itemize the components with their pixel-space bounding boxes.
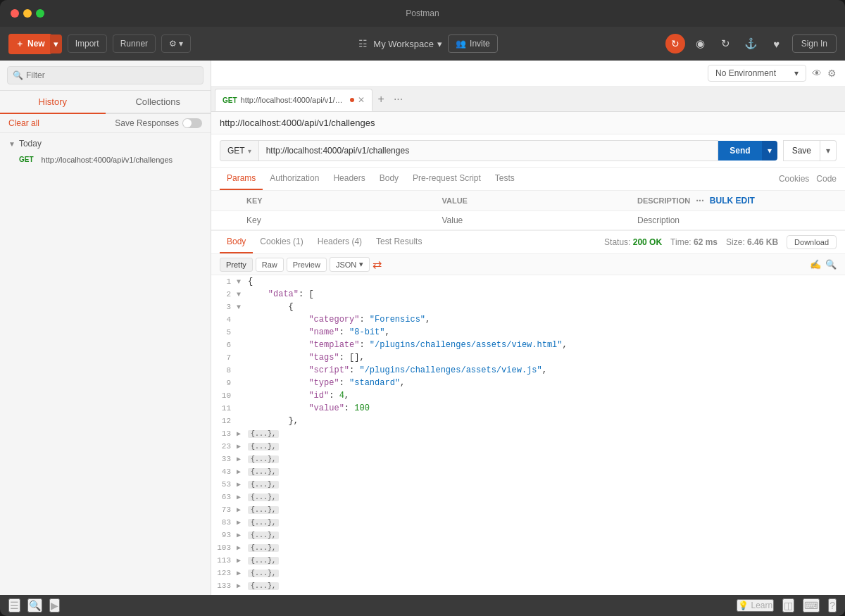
window-title: Postman xyxy=(406,8,439,18)
minimize-button[interactable] xyxy=(23,9,32,18)
desc-input[interactable] xyxy=(637,215,838,225)
request-tabs: Params Authorization Headers Body Pre-re… xyxy=(211,168,845,191)
workspace-selector[interactable]: My Workspace ▾ xyxy=(373,39,442,49)
bell-icon[interactable]: ⚓ xyxy=(741,34,761,54)
json-line: 33▶{...}, xyxy=(211,453,845,465)
new-button[interactable]: ＋ New xyxy=(8,34,52,54)
json-line: 83▶{...}, xyxy=(211,516,845,529)
res-tab-headers[interactable]: Headers (4) xyxy=(311,231,369,253)
tab-history[interactable]: History xyxy=(0,91,106,114)
tabs-bar: GET http://localhost:4000/api/v1/chal ✕ … xyxy=(211,87,845,112)
res-tab-test-results[interactable]: Test Results xyxy=(369,231,429,253)
res-tab-cookies[interactable]: Cookies (1) xyxy=(253,231,310,253)
runner-button[interactable]: Runner xyxy=(113,34,156,53)
find-icon[interactable]: 🔍 xyxy=(27,598,42,612)
titlebar: Postman xyxy=(0,0,845,27)
signin-button[interactable]: Sign In xyxy=(792,34,837,53)
env-chevron-icon: ▾ xyxy=(794,68,799,78)
response-format-bar: Pretty Raw Preview JSON ▾ ⇄ ✍ 🔍 xyxy=(211,254,845,275)
clear-all-button[interactable]: Clear all xyxy=(8,118,39,128)
history-icon[interactable]: ↻ xyxy=(716,34,736,54)
format-raw-button[interactable]: Raw xyxy=(256,258,284,272)
json-line: 12 }, xyxy=(211,415,845,427)
import-button[interactable]: Import xyxy=(68,34,107,53)
json-line: 93▶{...}, xyxy=(211,529,845,541)
tab-body[interactable]: Body xyxy=(373,168,406,190)
save-responses-switch[interactable] xyxy=(182,118,202,128)
res-tab-body[interactable]: Body xyxy=(220,231,253,253)
sidebar: 🔍 History Collections Clear all Save Res… xyxy=(0,61,211,595)
cookies-link[interactable]: Cookies xyxy=(779,174,809,184)
response-time: 62 ms xyxy=(694,237,718,247)
json-line: 8 "script": "/plugins/challenges/assets/… xyxy=(211,364,845,377)
tab-prerequest[interactable]: Pre-request Script xyxy=(406,168,488,190)
layout-icon[interactable]: ◫ xyxy=(782,598,794,612)
eye-icon[interactable]: 👁 xyxy=(812,68,822,79)
help-icon[interactable]: ? xyxy=(828,598,837,612)
tab-close-icon[interactable]: ✕ xyxy=(358,95,365,105)
settings-icon[interactable]: ⚙ xyxy=(827,68,837,79)
tab-params[interactable]: Params xyxy=(220,168,263,190)
heart-icon[interactable]: ♥ xyxy=(767,34,787,54)
more-tabs-button[interactable]: ··· xyxy=(390,93,406,106)
environment-selector[interactable]: No Environment ▾ xyxy=(708,65,806,82)
sync-button[interactable]: ↻ xyxy=(665,34,685,54)
interceptor-icon[interactable]: ◉ xyxy=(691,34,711,54)
status-code: 200 OK xyxy=(633,237,662,247)
tools-button[interactable]: ⚙ ▾ xyxy=(161,34,191,53)
keyboard-icon[interactable]: ⌨ xyxy=(803,598,820,612)
desc-col-header: DESCRIPTION ··· Bulk Edit xyxy=(630,191,845,211)
wrap-icon[interactable]: ⇄ xyxy=(373,258,382,271)
filter-bar: 🔍 xyxy=(0,61,211,91)
format-type-selector[interactable]: JSON ▾ xyxy=(330,257,370,272)
params-more-icon[interactable]: ··· xyxy=(696,195,704,206)
breadcrumb-url: http://localhost:4000/api/v1/challenges xyxy=(220,118,375,128)
tab-collections[interactable]: Collections xyxy=(106,91,211,113)
invite-button[interactable]: 👥 Invite xyxy=(448,34,498,53)
key-input[interactable] xyxy=(246,215,427,225)
desc-label: DESCRIPTION xyxy=(637,196,690,205)
send-dropdown-button[interactable]: ▾ xyxy=(762,141,777,161)
download-button[interactable]: Download xyxy=(787,235,837,249)
params-row xyxy=(211,211,845,230)
sidebar-toggle-icon[interactable]: ☰ xyxy=(8,598,20,612)
json-line: 10 "id": 4, xyxy=(211,389,845,402)
tab-tests[interactable]: Tests xyxy=(488,168,522,190)
maximize-button[interactable] xyxy=(36,9,44,18)
url-breadcrumb: http://localhost:4000/api/v1/challenges xyxy=(211,112,845,134)
toolbar-center: ☷ My Workspace ▾ 👥 Invite xyxy=(196,34,659,53)
value-input[interactable] xyxy=(442,215,622,225)
today-section-header[interactable]: ▼ Today xyxy=(0,136,211,151)
history-url: http://localhost:4000/api/v1/challenges xyxy=(42,156,173,164)
method-selector[interactable]: GET ▾ xyxy=(220,140,258,161)
format-pretty-button[interactable]: Pretty xyxy=(220,258,253,272)
filter-input[interactable] xyxy=(7,66,204,84)
history-item[interactable]: GET http://localhost:4000/api/v1/challen… xyxy=(0,151,211,168)
json-line: 3▼ { xyxy=(211,301,845,313)
copy-icon[interactable]: ✍ xyxy=(810,259,821,270)
bulk-edit-button[interactable]: Bulk Edit xyxy=(710,196,755,206)
console-icon[interactable]: ▶ xyxy=(49,598,60,612)
save-dropdown-button[interactable]: ▾ xyxy=(820,140,837,161)
save-button[interactable]: Save xyxy=(783,140,820,161)
request-bar: GET ▾ Send ▾ Save ▾ xyxy=(211,134,845,168)
workspace-label: My Workspace xyxy=(373,39,434,49)
url-input[interactable] xyxy=(258,140,719,161)
json-line: 5 "name": "8-bit", xyxy=(211,326,845,339)
close-button[interactable] xyxy=(11,9,19,18)
tab-url: http://localhost:4000/api/v1/chal xyxy=(241,96,346,104)
learn-button[interactable]: 💡 Learn xyxy=(737,599,775,612)
tab-headers[interactable]: Headers xyxy=(326,168,372,190)
send-button[interactable]: Send xyxy=(718,141,761,161)
save-responses-toggle: Save Responses xyxy=(115,118,202,128)
value-col-header: VALUE xyxy=(434,191,630,211)
format-preview-button[interactable]: Preview xyxy=(287,258,327,272)
search-response-icon[interactable]: 🔍 xyxy=(825,259,837,270)
request-tab-1[interactable]: GET http://localhost:4000/api/v1/chal ✕ xyxy=(215,89,373,111)
add-tab-button[interactable]: + xyxy=(373,93,390,106)
json-line: 11 "value": 100 xyxy=(211,402,845,415)
key-col-header: KEY xyxy=(239,191,434,211)
tab-authorization[interactable]: Authorization xyxy=(263,168,326,190)
code-link[interactable]: Code xyxy=(816,174,837,184)
new-dropdown-button[interactable]: ▾ xyxy=(50,34,62,54)
